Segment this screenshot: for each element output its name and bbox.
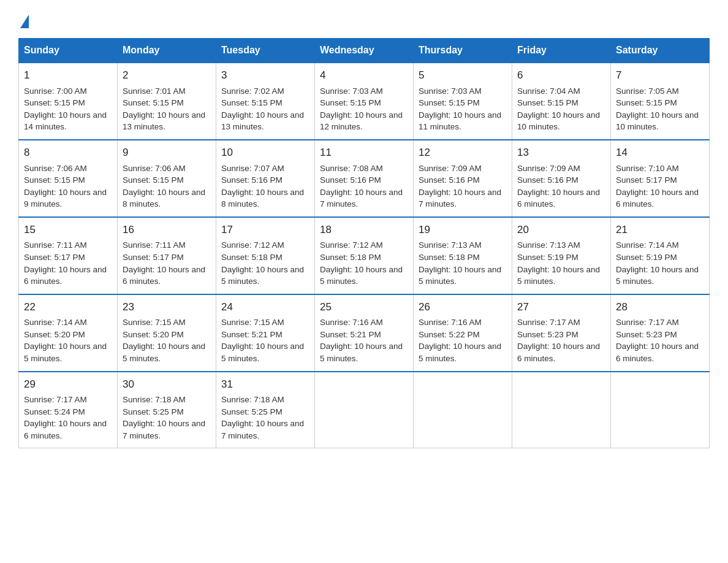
col-header-friday: Friday — [512, 39, 611, 63]
day-detail: Sunrise: 7:12 AMSunset: 5:18 PMDaylight:… — [320, 240, 403, 286]
calendar-cell — [414, 372, 512, 448]
day-detail: Sunrise: 7:16 AMSunset: 5:21 PMDaylight:… — [320, 318, 403, 363]
col-header-sunday: Sunday — [19, 39, 118, 63]
week-row-5: 29Sunrise: 7:17 AMSunset: 5:24 PMDayligh… — [19, 372, 710, 448]
calendar-cell: 14Sunrise: 7:10 AMSunset: 5:17 PMDayligh… — [611, 140, 710, 217]
week-row-1: 1Sunrise: 7:00 AMSunset: 5:15 PMDaylight… — [19, 63, 710, 140]
calendar-cell: 5Sunrise: 7:03 AMSunset: 5:15 PMDaylight… — [414, 63, 512, 140]
day-number: 8 — [24, 145, 112, 161]
calendar-cell: 20Sunrise: 7:13 AMSunset: 5:19 PMDayligh… — [512, 217, 611, 294]
day-detail: Sunrise: 7:06 AMSunset: 5:15 PMDaylight:… — [123, 164, 205, 209]
col-header-wednesday: Wednesday — [315, 39, 414, 63]
day-detail: Sunrise: 7:17 AMSunset: 5:23 PMDaylight:… — [616, 318, 699, 363]
day-detail: Sunrise: 7:18 AMSunset: 5:25 PMDaylight:… — [221, 395, 304, 440]
col-header-monday: Monday — [118, 39, 216, 63]
day-number: 29 — [24, 377, 112, 393]
day-number: 12 — [419, 145, 507, 161]
calendar-cell: 11Sunrise: 7:08 AMSunset: 5:16 PMDayligh… — [315, 140, 414, 217]
day-detail: Sunrise: 7:17 AMSunset: 5:24 PMDaylight:… — [24, 395, 107, 440]
calendar-cell: 12Sunrise: 7:09 AMSunset: 5:16 PMDayligh… — [414, 140, 512, 217]
day-number: 26 — [419, 300, 507, 315]
col-header-saturday: Saturday — [611, 39, 710, 63]
calendar-cell: 25Sunrise: 7:16 AMSunset: 5:21 PMDayligh… — [315, 294, 414, 372]
day-number: 16 — [123, 223, 211, 238]
week-row-4: 22Sunrise: 7:14 AMSunset: 5:20 PMDayligh… — [19, 294, 710, 372]
week-row-3: 15Sunrise: 7:11 AMSunset: 5:17 PMDayligh… — [19, 217, 710, 294]
calendar-cell: 15Sunrise: 7:11 AMSunset: 5:17 PMDayligh… — [19, 217, 118, 294]
calendar-cell: 16Sunrise: 7:11 AMSunset: 5:17 PMDayligh… — [118, 217, 216, 294]
week-row-2: 8Sunrise: 7:06 AMSunset: 5:15 PMDaylight… — [19, 140, 710, 217]
calendar-cell: 29Sunrise: 7:17 AMSunset: 5:24 PMDayligh… — [19, 372, 118, 448]
calendar-cell: 23Sunrise: 7:15 AMSunset: 5:20 PMDayligh… — [118, 294, 216, 372]
day-detail: Sunrise: 7:01 AMSunset: 5:15 PMDaylight:… — [123, 86, 205, 132]
calendar-cell: 19Sunrise: 7:13 AMSunset: 5:18 PMDayligh… — [414, 217, 512, 294]
day-number: 30 — [123, 377, 211, 393]
day-number: 10 — [221, 145, 309, 161]
calendar-cell: 1Sunrise: 7:00 AMSunset: 5:15 PMDaylight… — [19, 63, 118, 140]
day-detail: Sunrise: 7:14 AMSunset: 5:19 PMDaylight:… — [616, 240, 699, 286]
day-number: 19 — [419, 223, 507, 238]
day-detail: Sunrise: 7:08 AMSunset: 5:16 PMDaylight:… — [320, 164, 403, 209]
day-number: 27 — [517, 300, 605, 315]
calendar-cell: 13Sunrise: 7:09 AMSunset: 5:16 PMDayligh… — [512, 140, 611, 217]
day-detail: Sunrise: 7:03 AMSunset: 5:15 PMDaylight:… — [320, 86, 403, 132]
calendar-cell: 8Sunrise: 7:06 AMSunset: 5:15 PMDaylight… — [19, 140, 118, 217]
calendar-cell: 4Sunrise: 7:03 AMSunset: 5:15 PMDaylight… — [315, 63, 414, 140]
calendar-cell: 7Sunrise: 7:05 AMSunset: 5:15 PMDaylight… — [611, 63, 710, 140]
day-number: 15 — [24, 223, 112, 238]
calendar-cell: 9Sunrise: 7:06 AMSunset: 5:15 PMDaylight… — [118, 140, 216, 217]
day-number: 25 — [320, 300, 408, 315]
day-detail: Sunrise: 7:11 AMSunset: 5:17 PMDaylight:… — [123, 240, 205, 286]
calendar-table: SundayMondayTuesdayWednesdayThursdayFrid… — [18, 38, 710, 448]
day-detail: Sunrise: 7:16 AMSunset: 5:22 PMDaylight:… — [419, 318, 501, 363]
logo — [18, 12, 29, 26]
day-number: 13 — [517, 145, 605, 161]
calendar-cell: 30Sunrise: 7:18 AMSunset: 5:25 PMDayligh… — [118, 372, 216, 448]
day-number: 17 — [221, 223, 309, 238]
day-detail: Sunrise: 7:12 AMSunset: 5:18 PMDaylight:… — [221, 240, 304, 286]
day-detail: Sunrise: 7:02 AMSunset: 5:15 PMDaylight:… — [221, 86, 304, 132]
calendar-cell: 2Sunrise: 7:01 AMSunset: 5:15 PMDaylight… — [118, 63, 216, 140]
day-detail: Sunrise: 7:09 AMSunset: 5:16 PMDaylight:… — [419, 164, 501, 209]
day-detail: Sunrise: 7:07 AMSunset: 5:16 PMDaylight:… — [221, 164, 304, 209]
day-number: 3 — [221, 68, 309, 83]
day-detail: Sunrise: 7:15 AMSunset: 5:20 PMDaylight:… — [123, 318, 205, 363]
logo-triangle-icon — [20, 15, 29, 28]
day-detail: Sunrise: 7:05 AMSunset: 5:15 PMDaylight:… — [616, 86, 699, 132]
day-number: 31 — [221, 377, 309, 393]
day-detail: Sunrise: 7:15 AMSunset: 5:21 PMDaylight:… — [221, 318, 304, 363]
calendar-cell: 17Sunrise: 7:12 AMSunset: 5:18 PMDayligh… — [216, 217, 315, 294]
calendar-cell: 21Sunrise: 7:14 AMSunset: 5:19 PMDayligh… — [611, 217, 710, 294]
day-detail: Sunrise: 7:10 AMSunset: 5:17 PMDaylight:… — [616, 164, 699, 209]
day-number: 22 — [24, 300, 112, 315]
calendar-cell: 22Sunrise: 7:14 AMSunset: 5:20 PMDayligh… — [19, 294, 118, 372]
calendar-cell: 26Sunrise: 7:16 AMSunset: 5:22 PMDayligh… — [414, 294, 512, 372]
day-number: 9 — [123, 145, 211, 161]
day-number: 4 — [320, 68, 408, 83]
day-detail: Sunrise: 7:14 AMSunset: 5:20 PMDaylight:… — [24, 318, 107, 363]
calendar-cell — [611, 372, 710, 448]
day-number: 23 — [123, 300, 211, 315]
day-detail: Sunrise: 7:17 AMSunset: 5:23 PMDaylight:… — [517, 318, 600, 363]
calendar-cell: 18Sunrise: 7:12 AMSunset: 5:18 PMDayligh… — [315, 217, 414, 294]
page-header — [18, 12, 710, 26]
calendar-cell — [512, 372, 611, 448]
day-number: 5 — [419, 68, 507, 83]
day-detail: Sunrise: 7:09 AMSunset: 5:16 PMDaylight:… — [517, 164, 600, 209]
col-header-tuesday: Tuesday — [216, 39, 315, 63]
calendar-cell: 28Sunrise: 7:17 AMSunset: 5:23 PMDayligh… — [611, 294, 710, 372]
day-number: 1 — [24, 68, 112, 83]
day-detail: Sunrise: 7:03 AMSunset: 5:15 PMDaylight:… — [419, 86, 501, 132]
day-detail: Sunrise: 7:18 AMSunset: 5:25 PMDaylight:… — [123, 395, 205, 440]
day-number: 2 — [123, 68, 211, 83]
day-detail: Sunrise: 7:11 AMSunset: 5:17 PMDaylight:… — [24, 240, 107, 286]
day-number: 24 — [221, 300, 309, 315]
day-number: 14 — [616, 145, 704, 161]
day-detail: Sunrise: 7:00 AMSunset: 5:15 PMDaylight:… — [24, 86, 107, 132]
day-number: 21 — [616, 223, 704, 238]
calendar-cell: 27Sunrise: 7:17 AMSunset: 5:23 PMDayligh… — [512, 294, 611, 372]
calendar-cell: 3Sunrise: 7:02 AMSunset: 5:15 PMDaylight… — [216, 63, 315, 140]
day-detail: Sunrise: 7:13 AMSunset: 5:18 PMDaylight:… — [419, 240, 501, 286]
day-number: 6 — [517, 68, 605, 83]
calendar-cell — [315, 372, 414, 448]
